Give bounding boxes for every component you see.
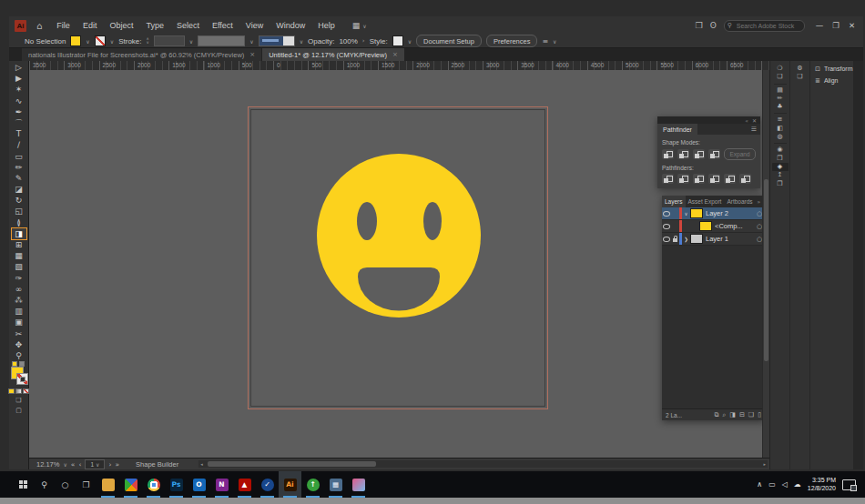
scale-tool[interactable]: ◱ bbox=[12, 206, 26, 217]
horizontal-scrollbar[interactable]: ◂ ▸ bbox=[198, 460, 768, 468]
opacity-more-icon[interactable]: › bbox=[362, 37, 365, 45]
blend-tool[interactable]: ∞ bbox=[12, 284, 26, 295]
perspective-grid-tool[interactable]: ⊞ bbox=[12, 239, 26, 250]
chevron-down-icon[interactable]: ∨ bbox=[86, 38, 89, 45]
taskbar-green-app[interactable]: ↑ bbox=[301, 471, 324, 498]
artboards-icon[interactable]: ❐ bbox=[772, 180, 789, 188]
tab-pathfinder[interactable]: Pathfinder bbox=[657, 124, 697, 135]
layer-name[interactable]: <Comp... bbox=[715, 222, 754, 230]
layer-row[interactable]: ∨Layer 2○ bbox=[662, 207, 765, 220]
graphic-styles-icon[interactable]: ❒ bbox=[772, 155, 789, 163]
swatches-icon[interactable]: ▤ bbox=[772, 86, 789, 95]
lock-toggle[interactable] bbox=[671, 237, 679, 242]
document-tab-1[interactable]: nationals Illustrator File for Screensho… bbox=[22, 48, 261, 61]
close-icon[interactable]: ✕ bbox=[752, 117, 757, 124]
volume-icon[interactable]: ◁ bbox=[782, 480, 788, 489]
previous-artboard-button[interactable]: ‹ bbox=[78, 460, 81, 469]
mesh-tool[interactable]: ▦ bbox=[12, 250, 26, 261]
arrange-documents-icon[interactable]: ❒ bbox=[696, 21, 703, 30]
stroke-color-swatch[interactable] bbox=[95, 35, 106, 46]
tab-close-icon[interactable]: × bbox=[249, 51, 255, 58]
chevron-down-icon[interactable]: ∨ bbox=[189, 38, 193, 45]
taskbar-task-view[interactable]: ❐ bbox=[76, 471, 97, 498]
canvas-viewport[interactable]: «✕ Pathfinder ☰ Shape Modes: Expand Path… bbox=[29, 70, 769, 458]
collapse-icon[interactable]: « bbox=[745, 117, 748, 124]
onedrive-icon[interactable]: ☁ bbox=[794, 480, 801, 489]
transparency-icon[interactable]: ◍ bbox=[772, 133, 789, 141]
new-sublayer-icon[interactable]: ⊟ bbox=[739, 411, 745, 418]
width-tool[interactable]: ≬ bbox=[12, 217, 26, 228]
dock-item-align[interactable]: ≣Align bbox=[810, 75, 853, 86]
gradient-tool[interactable]: ▧ bbox=[12, 261, 26, 272]
close-button[interactable]: ✕ bbox=[845, 21, 859, 30]
stroke-weight-dropdown[interactable] bbox=[154, 35, 185, 46]
next-artboard-button[interactable]: › bbox=[108, 460, 111, 469]
brush-definition-dropdown[interactable] bbox=[198, 35, 245, 46]
visibility-toggle[interactable] bbox=[662, 224, 671, 229]
preferences-button[interactable]: Preferences bbox=[486, 35, 537, 47]
chevron-down-icon[interactable]: ∨ bbox=[300, 38, 303, 45]
menu-effect[interactable]: Effect bbox=[206, 21, 239, 30]
layer-name[interactable]: Layer 1 bbox=[706, 235, 754, 243]
horizontal-scrollbar-thumb[interactable] bbox=[208, 461, 376, 467]
tab-artboards[interactable]: Artboards bbox=[724, 196, 755, 207]
touch-keyboard-icon[interactable] bbox=[842, 479, 856, 490]
symbol-sprayer-tool[interactable]: ⁂ bbox=[12, 295, 26, 306]
stroke-icon[interactable]: ≡ bbox=[772, 116, 789, 124]
vertical-scrollbar[interactable] bbox=[762, 70, 769, 458]
align-options-icon[interactable]: ≡ bbox=[542, 37, 548, 45]
artboard-tool[interactable]: ▣ bbox=[12, 317, 26, 328]
layer-row[interactable]: ❯Layer 1○ bbox=[662, 233, 765, 246]
unite-button[interactable] bbox=[662, 149, 674, 159]
color-button[interactable] bbox=[8, 388, 15, 394]
menu-select[interactable]: Select bbox=[170, 21, 206, 30]
taskbar-paint-3d[interactable] bbox=[347, 471, 370, 498]
eraser-tool[interactable]: ◪ bbox=[12, 184, 26, 195]
stroke-proxy-swatch[interactable] bbox=[16, 373, 28, 385]
collect-for-export-icon[interactable]: ⧉ bbox=[714, 411, 718, 418]
gradient-button[interactable] bbox=[15, 388, 22, 394]
tab-close-icon[interactable]: × bbox=[392, 51, 398, 58]
symbols-icon[interactable]: ♣ bbox=[772, 103, 789, 111]
minimize-button[interactable]: — bbox=[812, 21, 828, 30]
taskbar-onenote[interactable]: N bbox=[210, 471, 233, 498]
column-graph-tool[interactable]: ▥ bbox=[12, 306, 26, 317]
layers-icon[interactable]: ◈ bbox=[772, 163, 789, 171]
divide-button[interactable] bbox=[662, 174, 674, 184]
taskbar-photoshop[interactable]: Ps bbox=[165, 471, 188, 498]
hidden-icons-icon[interactable]: ∧ bbox=[757, 480, 762, 489]
first-artboard-button[interactable]: « bbox=[71, 460, 76, 469]
collapse-icon[interactable]: » bbox=[758, 198, 761, 205]
opacity-value[interactable]: 100% bbox=[339, 37, 357, 45]
taskbar-chrome[interactable] bbox=[142, 471, 165, 498]
taskbar-file-explorer[interactable] bbox=[97, 471, 119, 498]
tab-layers[interactable]: Layers bbox=[662, 196, 686, 207]
asset-export-icon[interactable]: ↥ bbox=[772, 171, 789, 179]
type-tool[interactable]: T bbox=[12, 128, 26, 139]
last-artboard-button[interactable]: » bbox=[115, 460, 119, 469]
make-clip-mask-icon[interactable]: ◨ bbox=[729, 411, 736, 418]
exclude-button[interactable] bbox=[708, 149, 720, 159]
zoom-level[interactable]: 12.17% bbox=[36, 460, 59, 469]
fill-color-swatch[interactable] bbox=[70, 35, 81, 46]
pen-tool[interactable]: ✒ bbox=[12, 106, 26, 117]
direct-selection-tool[interactable]: ▶ bbox=[12, 73, 26, 84]
vertical-scrollbar-thumb[interactable] bbox=[764, 179, 768, 361]
artboard-navigation[interactable]: 1 ∨ bbox=[85, 459, 105, 469]
scroll-right-icon[interactable]: ▸ bbox=[763, 461, 766, 467]
menu-object[interactable]: Object bbox=[103, 21, 139, 30]
menu-help[interactable]: Help bbox=[311, 21, 341, 30]
menu-type[interactable]: Type bbox=[139, 21, 170, 30]
taskbar-outlook[interactable]: O bbox=[188, 471, 210, 498]
menu-file[interactable]: File bbox=[50, 21, 76, 30]
slice-tool[interactable]: ✂ bbox=[12, 328, 26, 339]
trim-button[interactable] bbox=[677, 174, 689, 184]
smiley-artwork[interactable] bbox=[316, 153, 482, 318]
chevron-down-icon[interactable]: ∨ bbox=[553, 38, 556, 45]
delete-selection-icon[interactable]: ▯ bbox=[758, 411, 761, 418]
crop-button[interactable] bbox=[708, 174, 720, 184]
hand-tool[interactable]: ✥ bbox=[12, 339, 26, 350]
selection-tool[interactable]: ▷ bbox=[12, 62, 26, 73]
drawing-modes-icon[interactable]: ❏ bbox=[15, 397, 21, 404]
document-setup-button[interactable]: Document Setup bbox=[416, 35, 482, 47]
